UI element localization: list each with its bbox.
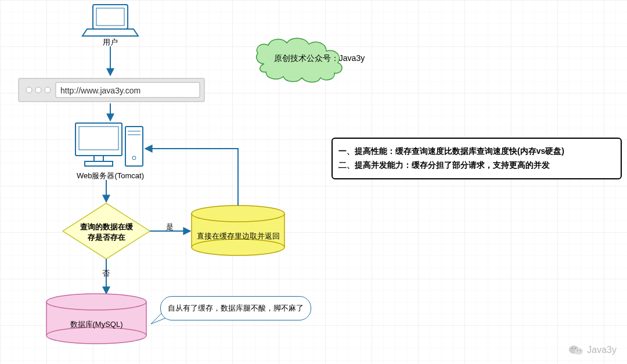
svg-rect-1 bbox=[96, 8, 124, 26]
wechat-icon bbox=[568, 344, 583, 356]
svg-point-5 bbox=[45, 87, 51, 93]
svg-point-28 bbox=[572, 348, 573, 349]
svg-point-20 bbox=[192, 239, 284, 255]
database-cylinder bbox=[46, 294, 146, 344]
svg-rect-9 bbox=[94, 156, 103, 161]
speech-bubble-text: 自从有了缓存，数据库腿不酸，脚不麻了 bbox=[168, 303, 304, 313]
svg-point-4 bbox=[35, 87, 41, 93]
info-line-1: 一、提高性能：缓存查询速度比数据库查询速度快(内存vs硬盘) bbox=[338, 145, 615, 158]
svg-point-3 bbox=[26, 87, 32, 93]
web-server-label: Web服务器(Tomcat) bbox=[64, 171, 157, 181]
arrow-cache-to-server bbox=[145, 149, 238, 206]
decision-text-2: 存是否存在 bbox=[70, 232, 143, 243]
info-box: 一、提高性能：缓存查询速度比数据库查询速度快(内存vs硬盘) 二、提高并发能力：… bbox=[331, 138, 622, 179]
speech-bubble: 自从有了缓存，数据库腿不酸，脚不麻了 bbox=[160, 296, 311, 320]
cache-cylinder-label: 直接在缓存里边取并返回 bbox=[192, 231, 284, 242]
decision-text-1: 查询的数据在缓 bbox=[70, 222, 143, 232]
browser-url: http://www.java3y.com bbox=[60, 86, 195, 95]
svg-rect-10 bbox=[85, 161, 113, 166]
edge-no-label: 否 bbox=[98, 268, 114, 279]
svg-rect-11 bbox=[125, 127, 143, 166]
user-laptop-icon bbox=[82, 5, 138, 36]
database-label: 数据库(MySQL) bbox=[58, 319, 135, 330]
watermark: Java3y bbox=[568, 344, 617, 356]
edge-yes-label: 是 bbox=[161, 222, 178, 232]
cache-cylinder bbox=[192, 206, 284, 255]
svg-point-27 bbox=[575, 348, 583, 354]
user-label: 用户 bbox=[99, 37, 122, 48]
watermark-text: Java3y bbox=[587, 345, 617, 355]
svg-point-30 bbox=[577, 350, 578, 351]
svg-point-25 bbox=[46, 327, 146, 344]
svg-point-29 bbox=[575, 348, 576, 349]
svg-point-31 bbox=[580, 350, 581, 351]
cloud-text: 原创技术公众号：Java3y bbox=[255, 53, 383, 64]
web-server-icon bbox=[75, 123, 143, 166]
svg-rect-8 bbox=[79, 127, 118, 150]
info-line-2: 二、提高并发能力：缓存分担了部分请求，支持更高的并发 bbox=[338, 158, 615, 172]
